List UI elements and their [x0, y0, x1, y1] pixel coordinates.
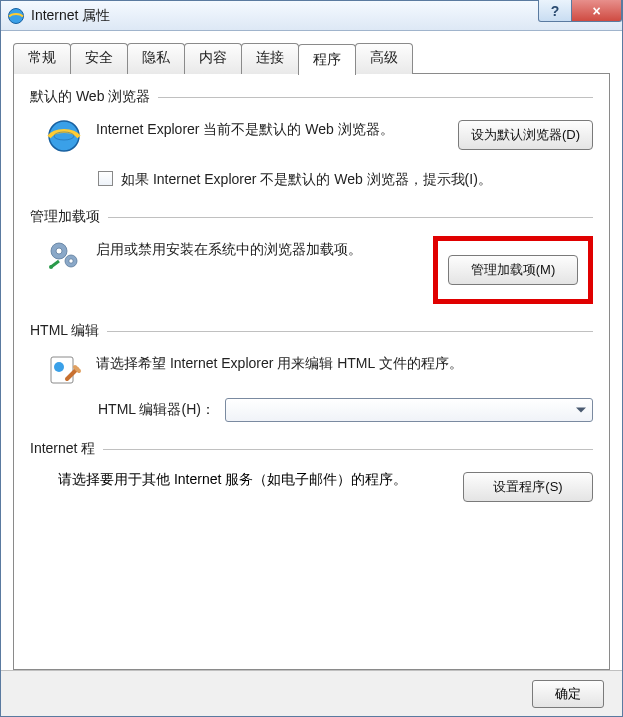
group-header: Internet 程: [30, 440, 593, 458]
group-header: 默认的 Web 浏览器: [30, 88, 593, 106]
html-editor-combobox[interactable]: [225, 398, 593, 422]
window-title: Internet 属性: [31, 7, 110, 25]
gears-icon: [44, 236, 84, 276]
group-body: Internet Explorer 当前不是默认的 Web 浏览器。 设为默认浏…: [30, 116, 593, 156]
group-title: HTML 编辑: [30, 322, 99, 340]
tab-connections[interactable]: 连接: [241, 43, 299, 74]
svg-point-7: [49, 265, 53, 269]
tab-advanced[interactable]: 高级: [355, 43, 413, 74]
html-edit-text: 请选择希望 Internet Explorer 用来编辑 HTML 文件的程序。: [96, 350, 593, 374]
group-divider: [107, 331, 593, 332]
group-divider: [103, 449, 593, 450]
close-button[interactable]: ×: [572, 0, 622, 22]
group-title: Internet 程: [30, 440, 95, 458]
ie-icon: [7, 7, 25, 25]
group-header: HTML 编辑: [30, 322, 593, 340]
ok-button[interactable]: 确定: [532, 680, 604, 708]
html-editor-row: HTML 编辑器(H)：: [30, 398, 593, 422]
dialog-button-bar: 确定: [1, 670, 622, 716]
manage-addons-button[interactable]: 管理加载项(M): [448, 255, 578, 285]
svg-point-9: [54, 362, 64, 372]
default-browser-text: Internet Explorer 当前不是默认的 Web 浏览器。: [96, 116, 446, 140]
group-manage-addons: 管理加载项: [30, 208, 593, 304]
addons-text: 启用或禁用安装在系统中的浏览器加载项。: [96, 236, 421, 260]
window-controls: ? ×: [538, 0, 622, 22]
group-body: 启用或禁用安装在系统中的浏览器加载项。 管理加载项(M): [30, 236, 593, 304]
group-html-editing: HTML 编辑 请选择希望 Internet Explorer 用来编辑 HTM…: [30, 322, 593, 422]
group-divider: [158, 97, 593, 98]
prompt-checkbox-label: 如果 Internet Explorer 不是默认的 Web 浏览器，提示我(I…: [121, 168, 492, 190]
group-internet-programs: Internet 程 请选择要用于其他 Internet 服务（如电子邮件）的程…: [30, 440, 593, 502]
group-body: 请选择希望 Internet Explorer 用来编辑 HTML 文件的程序。: [30, 350, 593, 390]
svg-point-6: [69, 259, 73, 263]
group-title: 默认的 Web 浏览器: [30, 88, 150, 106]
group-divider: [108, 217, 593, 218]
dialog-window: Internet 属性 ? × 常规 安全 隐私 内容 连接 程序 高级 默认的…: [0, 0, 623, 717]
tab-panel-programs: 默认的 Web 浏览器 Internet Explorer 当前不是默认的 We…: [13, 73, 610, 670]
tabstrip: 常规 安全 隐私 内容 连接 程序 高级: [13, 43, 610, 74]
set-programs-button[interactable]: 设置程序(S): [463, 472, 593, 502]
tab-content[interactable]: 内容: [184, 43, 242, 74]
group-default-browser: 默认的 Web 浏览器 Internet Explorer 当前不是默认的 We…: [30, 88, 593, 190]
titlebar: Internet 属性 ? ×: [1, 1, 622, 31]
group-header: 管理加载项: [30, 208, 593, 226]
help-button[interactable]: ?: [538, 0, 572, 22]
tab-programs[interactable]: 程序: [298, 44, 356, 75]
group-title: 管理加载项: [30, 208, 100, 226]
tab-general[interactable]: 常规: [13, 43, 71, 74]
default-browser-prompt-row: 如果 Internet Explorer 不是默认的 Web 浏览器，提示我(I…: [30, 168, 593, 190]
svg-point-4: [56, 248, 62, 254]
internet-programs-text: 请选择要用于其他 Internet 服务（如电子邮件）的程序。: [58, 468, 445, 492]
html-edit-icon: [44, 350, 84, 390]
client-area: 常规 安全 隐私 内容 连接 程序 高级 默认的 Web 浏览器: [1, 31, 622, 670]
tab-privacy[interactable]: 隐私: [127, 43, 185, 74]
highlight-annotation: 管理加载项(M): [433, 236, 593, 304]
group-body: 请选择要用于其他 Internet 服务（如电子邮件）的程序。 设置程序(S): [30, 468, 593, 502]
set-default-browser-button[interactable]: 设为默认浏览器(D): [458, 120, 593, 150]
tab-security[interactable]: 安全: [70, 43, 128, 74]
ie-logo-icon: [44, 116, 84, 156]
html-editor-label: HTML 编辑器(H)：: [98, 401, 215, 419]
prompt-checkbox[interactable]: [98, 171, 113, 186]
